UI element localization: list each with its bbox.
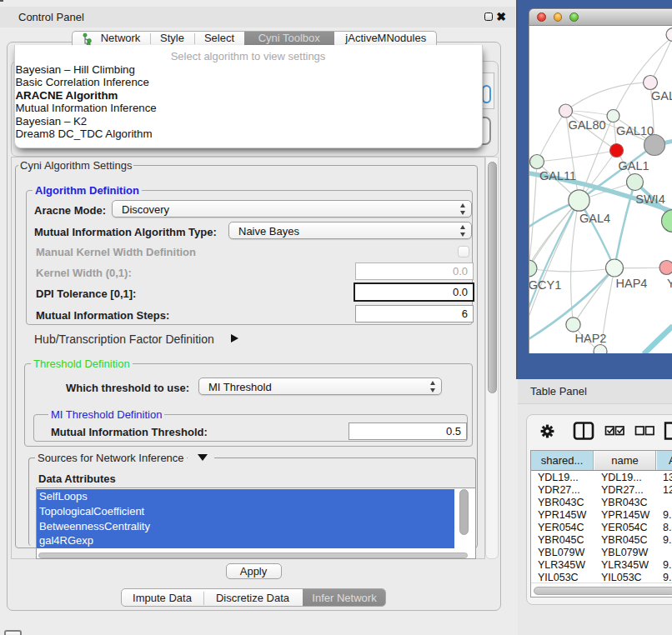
svg-text:GAL10: GAL10 (616, 124, 654, 138)
svg-text:GAL1: GAL1 (618, 159, 649, 172)
svg-text:SWI4: SWI4 (635, 192, 664, 206)
svg-text:HAP4: HAP4 (616, 277, 648, 290)
svg-text:GAL4: GAL4 (579, 212, 610, 225)
svg-text:GAL7: GAL7 (651, 89, 672, 102)
svg-text:GCY1: GCY1 (529, 278, 561, 292)
svg-text:YE: YE (667, 277, 672, 290)
svg-text:GAL80: GAL80 (568, 118, 605, 132)
svg-text:GAL11: GAL11 (539, 169, 576, 182)
svg-text:HAP2: HAP2 (575, 332, 607, 345)
